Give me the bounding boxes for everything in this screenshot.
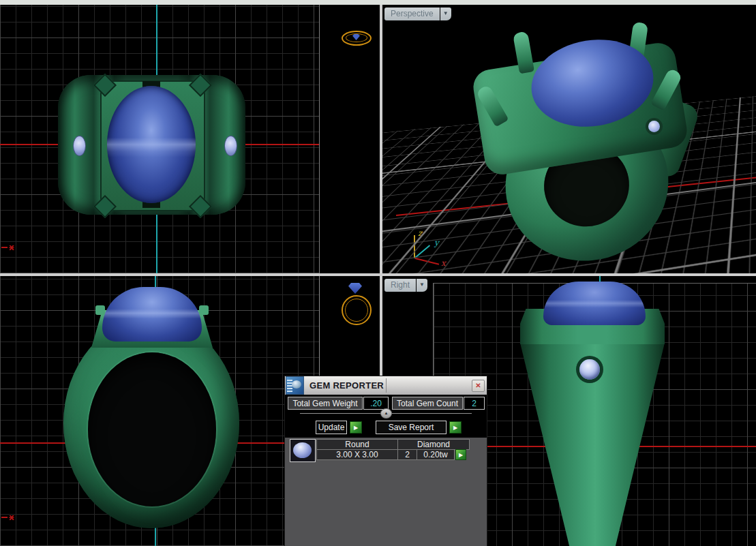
viewport-name[interactable]: Perspective bbox=[384, 7, 440, 20]
total-gem-count-label: Total Gem Count bbox=[392, 397, 463, 410]
ring-finger-hole bbox=[88, 352, 216, 506]
gem-size-cell: 3.00 X 3.00 bbox=[316, 449, 398, 460]
update-run-icon[interactable]: ▶ bbox=[350, 421, 362, 434]
title-bar-divider bbox=[386, 378, 387, 393]
axis-edge-label: x bbox=[9, 243, 14, 252]
axis-dash-icon bbox=[1, 247, 7, 248]
side-gem bbox=[224, 136, 237, 156]
window-top-edge bbox=[0, 0, 756, 5]
viewport-title-dropdown[interactable]: Right ▼ bbox=[384, 279, 427, 292]
neg-x-axis-edge-marker: x bbox=[1, 243, 14, 252]
y-axis-label: y bbox=[434, 238, 439, 247]
locator-ring-outline bbox=[345, 299, 368, 322]
dialog-title: GEM REPORTER bbox=[309, 380, 384, 391]
update-button[interactable]: Update bbox=[316, 421, 347, 434]
axis-edge-label: x bbox=[9, 513, 14, 522]
total-gem-weight-label: Total Gem Weight bbox=[288, 397, 363, 410]
axis-dash-icon bbox=[1, 517, 7, 518]
side-gem bbox=[579, 359, 600, 380]
gem-count-cell: 2 bbox=[397, 449, 417, 460]
gem-thumbnail bbox=[290, 439, 316, 462]
cad-workspace: x bbox=[0, 0, 756, 546]
viewport-perspective[interactable]: z y x Perspective ▼ bbox=[382, 5, 756, 273]
neg-x-axis-edge-marker: x bbox=[1, 513, 14, 522]
dialog-title-bar[interactable]: GEM REPORTER ✕ bbox=[285, 376, 487, 395]
viewport-top-view[interactable]: x bbox=[0, 5, 380, 273]
side-gem bbox=[73, 136, 86, 156]
gem-weight-cell: 0.20tw bbox=[417, 449, 455, 460]
x-axis-label: x bbox=[441, 258, 446, 268]
gem-type-header: Diamond bbox=[397, 439, 470, 450]
total-gem-count-value: 2 bbox=[464, 397, 485, 410]
ring-top-view bbox=[58, 75, 245, 215]
locator-diamond-icon bbox=[348, 283, 362, 294]
collapse-toggle[interactable]: ▲ bbox=[380, 408, 392, 419]
chevron-down-icon[interactable]: ▼ bbox=[417, 279, 427, 292]
viewport-name[interactable]: Right bbox=[384, 279, 416, 292]
center-gem-cabochon bbox=[543, 282, 646, 325]
gem-locator-icon bbox=[341, 27, 372, 48]
gem-locator-icon bbox=[339, 283, 372, 325]
close-icon[interactable]: ✕ bbox=[472, 380, 485, 392]
viewport-title-dropdown[interactable]: Perspective ▼ bbox=[384, 7, 451, 20]
save-report-run-icon[interactable]: ▶ bbox=[449, 421, 462, 434]
horizontal-splitter[interactable] bbox=[0, 273, 756, 276]
save-report-button[interactable]: Save Report bbox=[376, 421, 447, 434]
center-gem-cabochon bbox=[107, 86, 196, 203]
chevron-down-icon[interactable]: ▼ bbox=[440, 7, 451, 20]
gem-reporter-dialog[interactable]: GEM REPORTER ✕ Total Gem Weight .20 Tota… bbox=[284, 376, 487, 546]
gem-reporter-icon bbox=[286, 376, 304, 395]
z-axis-icon bbox=[414, 235, 415, 258]
gem-row-run-icon[interactable]: ▶ bbox=[455, 449, 466, 460]
z-axis-label: z bbox=[418, 228, 422, 238]
prong bbox=[199, 305, 209, 315]
prong bbox=[95, 305, 105, 315]
gem-shape-header: Round bbox=[316, 439, 398, 450]
side-gem bbox=[648, 121, 660, 132]
